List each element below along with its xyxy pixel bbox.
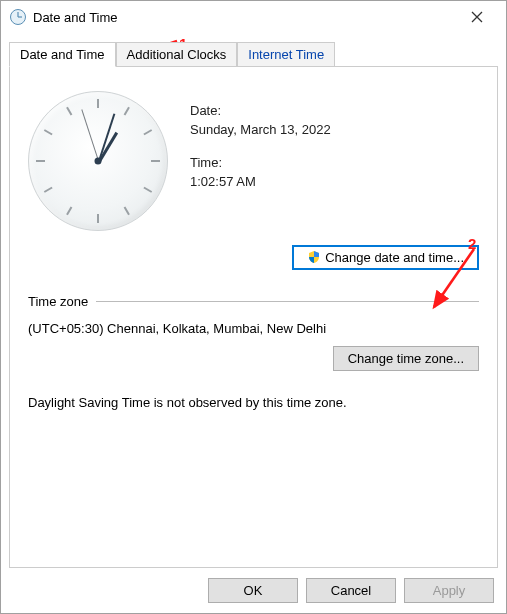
title-bar: Date and Time <box>1 1 506 33</box>
window-title: Date and Time <box>33 10 456 25</box>
change-date-time-button[interactable]: Change date and time... <box>292 245 479 270</box>
date-value: Sunday, March 13, 2022 <box>190 122 479 137</box>
apply-button[interactable]: Apply <box>404 578 494 603</box>
tab-additional-clocks[interactable]: Additional Clocks <box>116 42 238 67</box>
tab-panel: Date: Sunday, March 13, 2022 Time: 1:02:… <box>9 66 498 568</box>
tab-internet-time[interactable]: Internet Time <box>237 42 335 67</box>
change-time-zone-button[interactable]: Change time zone... <box>333 346 479 371</box>
tab-date-time[interactable]: Date and Time <box>9 42 116 67</box>
tab-bar: Date and Time Additional Clocks Internet… <box>1 41 506 66</box>
change-date-time-label: Change date and time... <box>325 250 464 265</box>
cancel-button[interactable]: Cancel <box>306 578 396 603</box>
close-icon <box>471 11 483 23</box>
ok-button[interactable]: OK <box>208 578 298 603</box>
dialog-footer: OK Cancel Apply <box>1 568 506 613</box>
date-time-dialog: Date and Time 1 Date and Time Additional… <box>0 0 507 614</box>
dst-text: Daylight Saving Time is not observed by … <box>28 395 479 410</box>
analog-clock <box>28 91 168 231</box>
section-divider <box>96 301 479 302</box>
time-value: 1:02:57 AM <box>190 174 479 189</box>
uac-shield-icon <box>307 250 321 264</box>
time-zone-heading: Time zone <box>28 294 88 309</box>
date-label: Date: <box>190 103 479 118</box>
time-zone-value: (UTC+05:30) Chennai, Kolkata, Mumbai, Ne… <box>28 321 479 336</box>
clock-app-icon <box>9 8 27 26</box>
close-button[interactable] <box>456 3 498 31</box>
time-label: Time: <box>190 155 479 170</box>
